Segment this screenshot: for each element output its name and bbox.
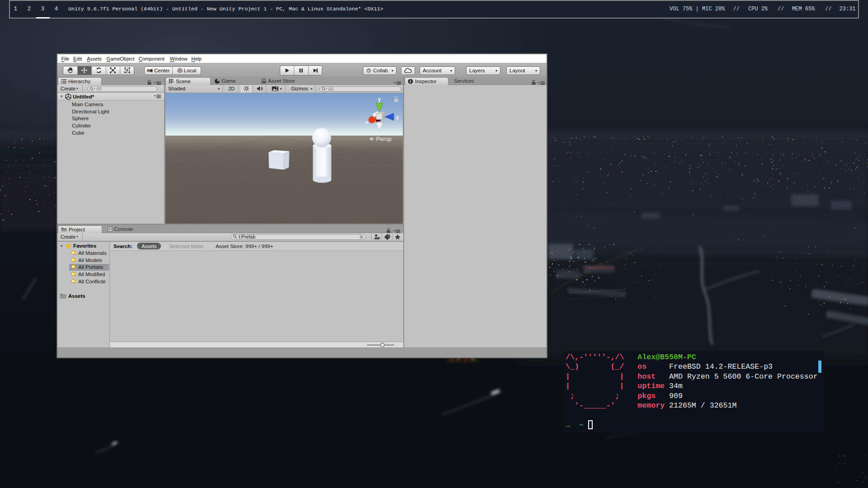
svg-text:x: x [365, 119, 368, 125]
svg-text:z: z [396, 114, 399, 121]
svg-text:y: y [378, 96, 381, 103]
svg-text:Persp: Persp [376, 136, 392, 142]
